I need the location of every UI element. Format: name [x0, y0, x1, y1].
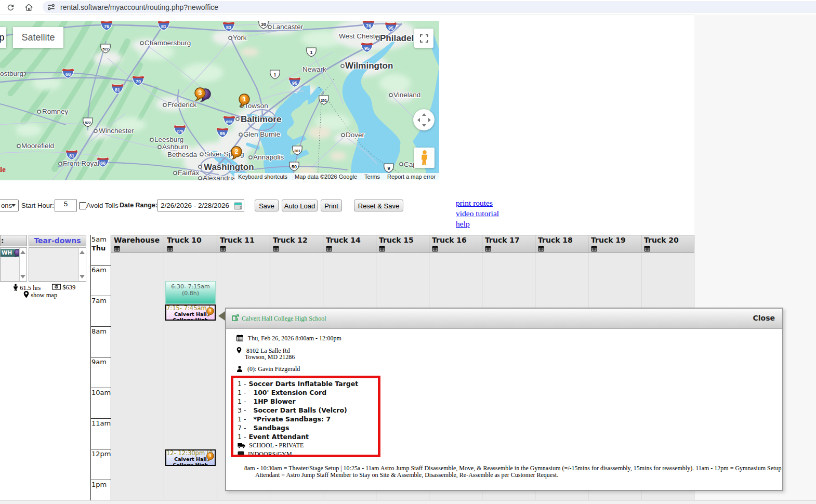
address-bar[interactable]: rental.software/myaccount/routing.php?ne…	[43, 1, 816, 13]
svg-text:3: 3	[240, 206, 242, 209]
horizontal-scrollbar[interactable]	[0, 500, 816, 504]
column-title: Truck 20	[644, 236, 694, 244]
auto-load-button[interactable]: Auto Load	[282, 200, 318, 211]
svg-text:522: 522	[85, 121, 91, 125]
column-header-truck-17: Truck 17	[482, 235, 535, 253]
tear-downs-listbox[interactable]	[29, 247, 86, 282]
tab-tear-downs-label: Tear-downs	[34, 236, 81, 245]
event-contact-row: (0): Gavin Fitzgerald	[236, 365, 300, 373]
setups-listbox[interactable]: WH	[0, 247, 27, 282]
event-pink[interactable]: 7:15- 7:45am (Calvert HallCollege High1	[165, 304, 216, 321]
event-time: 6:30- 7:15am	[166, 282, 215, 290]
street-view-pegman[interactable]	[414, 148, 435, 168]
scroll-down-arrow[interactable]	[80, 275, 85, 278]
column-header-truck-20: Truck 20	[641, 235, 694, 253]
column-header-truck-14: Truck 14	[323, 235, 376, 253]
map-pan-control[interactable]	[413, 109, 435, 130]
column-calendar-icon[interactable]	[644, 246, 650, 251]
column-calendar-icon[interactable]	[485, 246, 491, 251]
routing-map[interactable]: 7681833076955226870811951953016959527052…	[0, 21, 439, 180]
order-item: 1 -*Private Sandbags: 7	[238, 415, 386, 423]
event-teal[interactable]: 6:30- 7:15am(0.8h)	[165, 281, 216, 304]
event-blue[interactable]: 12- 12:30pm (0Calvert HallCollege High1	[165, 449, 216, 466]
start-hour-input[interactable]: 5	[55, 200, 77, 211]
column-calendar-icon[interactable]	[326, 246, 332, 251]
driver-icon	[13, 284, 18, 291]
column-calendar-icon[interactable]	[432, 246, 438, 251]
wh-list-item[interactable]: WH	[1, 249, 20, 257]
reset-save-button[interactable]: Reset & Save	[354, 200, 403, 211]
column-calendar-icon[interactable]	[273, 246, 279, 251]
avoid-tolls-checkbox[interactable]	[79, 202, 86, 209]
keyboard-shortcuts-link[interactable]: Keyboard shortcuts	[234, 173, 291, 180]
column-calendar-icon[interactable]	[220, 246, 226, 251]
column-calendar-icon[interactable]	[538, 246, 544, 251]
scroll-up-arrow[interactable]	[20, 250, 25, 254]
city-label-wilmington: Wilmington	[345, 61, 393, 71]
url-text[interactable]: rental.software/myaccount/routing.php?ne…	[60, 3, 218, 11]
column-title: Warehouse	[114, 236, 164, 244]
setups-scrollbar[interactable]	[19, 248, 27, 281]
column-calendar-icon[interactable]	[379, 246, 385, 251]
popup-close-button[interactable]: Close	[753, 314, 775, 322]
datepicker-icon[interactable]: 3	[234, 202, 242, 213]
column-body-warehouse[interactable]	[111, 253, 164, 500]
svg-text:95: 95	[388, 25, 393, 31]
help-link[interactable]: help	[456, 219, 499, 229]
svg-text:1: 1	[243, 96, 246, 103]
event-items-list: 1 -Soccer Darts Inflatable Target1 -100'…	[234, 376, 386, 457]
map-cut-label: le	[0, 165, 6, 174]
home-icon[interactable]	[24, 3, 33, 12]
order-item: 7 -Sandbags	[238, 423, 386, 432]
column-body-truck-10[interactable]: 6:30- 7:15am(0.8h)7:15- 7:45am (Calvert …	[164, 253, 217, 500]
print-routes-link[interactable]: print routes	[456, 198, 499, 208]
date-range-input[interactable]: 2/26/2026 - 2/28/2026 3	[157, 200, 244, 211]
tab-tear-downs[interactable]: Tear-downs	[29, 235, 86, 246]
city-label-baltimore: Baltimore	[241, 114, 281, 124]
options-select[interactable]: ons	[0, 200, 19, 211]
location-pin-icon	[236, 347, 242, 354]
city-dot-chambersburg	[140, 42, 143, 45]
tab-setups[interactable]: :	[0, 235, 27, 246]
city-label-york: York	[233, 34, 247, 42]
column-calendar-icon[interactable]	[114, 246, 120, 251]
city-dot-winchester	[94, 129, 97, 132]
city-label-front-royal: Front Royal	[63, 160, 99, 167]
site-settings-icon[interactable]	[45, 1, 57, 14]
column-calendar-icon[interactable]	[591, 246, 597, 251]
column-header-truck-18: Truck 18	[535, 235, 588, 253]
city-label-ostburg: ostburg	[0, 70, 23, 77]
save-button[interactable]: Save	[255, 200, 279, 211]
reload-icon[interactable]	[6, 3, 15, 12]
city-label-lancaster: Lancaster	[272, 23, 304, 31]
city-dot-glen-burnie	[239, 133, 242, 136]
print-button[interactable]: Print	[321, 200, 342, 211]
city-dot-moorefield	[17, 144, 20, 148]
map-type-map-button[interactable]: Map	[0, 27, 6, 48]
terms-link[interactable]: Terms	[361, 173, 384, 180]
show-map-link[interactable]: show map	[23, 290, 57, 299]
svg-text:81: 81	[115, 87, 120, 92]
scroll-down-arrow[interactable]	[20, 275, 25, 278]
svg-text:9: 9	[387, 166, 390, 171]
svg-text:66: 66	[100, 161, 106, 166]
tear-downs-scrollbar[interactable]	[78, 248, 86, 281]
money-icon: $	[52, 284, 61, 290]
map-attribution: Keyboard shortcuts Map data ©2026 Google…	[234, 173, 439, 180]
show-map-label: show map	[31, 291, 57, 299]
order-item: 1 -100' Extension Cord	[238, 388, 386, 397]
city-label-bethesda: Bethesda	[167, 151, 198, 158]
report-map-error-link[interactable]: Report a map error	[384, 173, 439, 180]
city-dot-baltimore	[236, 117, 239, 121]
city-dot-leesburg	[150, 138, 153, 141]
external-link-icon	[232, 314, 239, 321]
scroll-up-arrow[interactable]	[80, 250, 85, 254]
popup-title-link[interactable]: Calvert Hall College High School	[232, 314, 326, 323]
event-contact: (0): Gavin Fitzgerald	[247, 365, 300, 373]
svg-text:3: 3	[199, 89, 202, 97]
column-calendar-icon[interactable]	[167, 246, 173, 251]
video-tutorial-link[interactable]: video tutorial	[456, 208, 499, 219]
map-type-satellite-button[interactable]: Satellite	[13, 27, 63, 48]
city-dot-york	[229, 36, 232, 39]
map-fullscreen-button[interactable]	[414, 29, 433, 48]
